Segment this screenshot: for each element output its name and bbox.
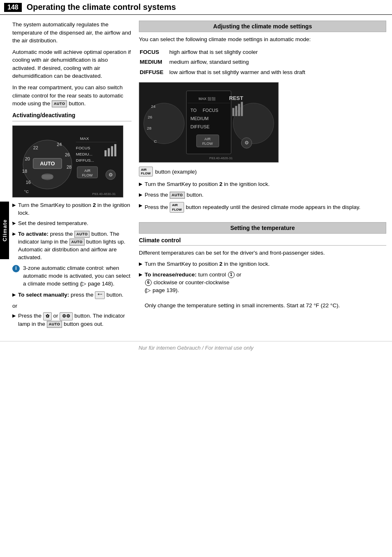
svg-text:FLOW: FLOW [202,142,213,146]
svg-text:28: 28 [147,126,152,130]
arrow-icon: ▶ [12,313,16,319]
arrow-icon: ▶ [12,292,16,298]
intro-p3: In the rear compartment, you can also sw… [12,84,131,108]
svg-text:C: C [154,139,157,144]
svg-text:P83.40-4626-31: P83.40-4626-31 [209,156,233,160]
bullets-temp: ▶ Turn the SmartKey to position 2 in the… [139,260,386,310]
mode-name-diffuse: DIFFUSE [140,68,168,77]
svg-text:⚙: ⚙ [108,172,113,177]
svg-text:FOCUS: FOCUS [203,108,218,113]
svg-text:MEDIU...: MEDIU... [76,152,92,156]
svg-rect-45 [232,108,234,116]
bullets-left: ▶ Turn the SmartKey to position 2 in the… [12,202,131,262]
mode-name-medium: MEDIUM [140,58,168,67]
svg-rect-12 [42,174,53,179]
adjusting-section-box: Adjusting the climate mode settings [139,21,386,32]
page-title: Operating the climate control systems [27,2,176,12]
bullets-manual: ▶ To select manually: press the ⁺⁻ butto… [12,291,131,299]
intro-p1: The system automatically regulates the t… [12,21,131,45]
bullet-press-btn: ▶ Press the ✿ or ⚙⚙ button. The indicato… [12,312,131,328]
svg-text:°C: °C [24,189,29,194]
svg-text:24: 24 [151,104,155,109]
svg-point-30 [144,103,184,144]
intro-p2: Automatic mode will achieve optimal oper… [12,48,131,80]
airflow-btn-caption: AIRFLOW [139,167,153,176]
svg-text:18: 18 [22,168,27,173]
svg-rect-21 [114,144,116,156]
svg-text:FOCUS: FOCUS [76,146,90,150]
bullet-temp-smartkey: ▶ Turn the SmartKey to position 2 in the… [139,260,386,268]
temp-intro: Different temperatures can be set for th… [139,249,386,257]
airflow-caption-text: button (example) [155,169,197,175]
climate-image-right: 24 26 28 C MAX ⬛⬛ REST TO FOCUS MEDIUM D… [139,82,279,162]
arrow-icon: ▶ [12,202,16,208]
arrow-icon: ▶ [139,272,142,278]
svg-rect-18 [104,150,106,156]
auto-button-inline: AUTO [52,100,67,107]
setting-temp-section-box: Setting the temperature [139,222,386,234]
svg-text:REST: REST [229,95,243,101]
svg-text:TO: TO [190,108,196,113]
svg-rect-19 [108,148,110,156]
climate-control-subheading: Climate control [139,237,386,244]
bullet-temperature: ▶ Set the desired temperature. [12,220,131,227]
svg-text:AUTO: AUTO [40,160,55,167]
bullet-right-smartkey: ▶ Turn the SmartKey to position 2 in the… [139,181,386,188]
manual-button: ⁺⁻ [95,291,105,299]
divider [12,121,131,121]
bullet-smartkey: ▶ Turn the SmartKey to position 2 in the… [12,202,131,217]
circle-1: 1 [228,272,235,278]
svg-text:AIR: AIR [205,137,211,141]
svg-text:16: 16 [26,179,31,184]
svg-rect-20 [111,146,113,156]
bullet-right-press-auto: ▶ Press the AUTO button. [139,191,386,199]
page-header: 148 Operating the climate control system… [0,0,392,15]
svg-rect-47 [238,104,240,116]
activating-heading: Activating/deactivating [12,112,131,118]
page-number: 148 [4,3,22,12]
bullet-activate: ▶ To activate: press the AUTO button. Th… [12,230,131,262]
arrow-icon: ▶ [139,192,142,198]
svg-rect-46 [235,106,237,116]
btn-star: ✿ [43,312,52,320]
mode-row-diffuse: DIFFUSE low airflow that is set slightly… [140,68,385,77]
svg-text:MAX: MAX [80,136,89,141]
svg-rect-48 [241,102,243,116]
bullets-right: ▶ Turn the SmartKey to position 2 in the… [139,181,386,213]
svg-text:DIFFUS...: DIFFUS... [76,158,94,162]
arrow-icon: ▶ [139,202,142,209]
bullet-manual: ▶ To select manually: press the ⁺⁻ butto… [12,291,131,299]
divider2 [139,245,386,246]
airflow-caption-row: AIRFLOW button (example) [139,167,386,176]
mode-name-focus: FOCUS [140,48,168,57]
left-column: The system automatically regulates the t… [12,21,131,331]
svg-text:24: 24 [57,142,62,147]
mode-table: FOCUS high airflow that is set slightly … [139,47,386,79]
svg-text:FLOW: FLOW [82,173,93,177]
arrow-icon: ▶ [139,261,142,267]
btn-gear: ⚙⚙ [60,312,73,320]
mode-desc-medium: medium airflow, standard setting [169,58,385,67]
svg-text:DIFFUSE: DIFFUSE [190,124,210,129]
svg-text:26: 26 [148,115,152,119]
svg-text:⚙: ⚙ [244,140,249,146]
auto-button-inline: AUTO [74,231,90,238]
svg-text:28: 28 [67,164,71,169]
auto-button-inline: AUTO [47,321,62,328]
auto-button-inline: AUTO [170,192,185,199]
svg-text:20: 20 [25,156,30,161]
svg-text:26: 26 [65,152,70,157]
mode-row-medium: MEDIUM medium airflow, standard setting [140,58,385,67]
watermark: Nur für internen Gebrauch / For internal… [0,341,392,354]
info-box: i 3-zone automatic climate control: when… [12,265,131,288]
info-icon: i [12,265,20,272]
or-text: or [12,302,131,310]
side-tab: Climate control [0,202,9,259]
mode-desc-diffuse: low airflow that is set slightly warmer … [169,68,385,77]
circle-6: 6 [145,279,152,286]
svg-text:⬛⬛: ⬛⬛ [208,97,216,101]
auto-button-inline: AUTO [69,239,85,246]
adjusting-intro: You can select the following climate mod… [139,35,386,44]
right-column: Adjusting the climate mode settings You … [139,21,386,331]
mode-row-focus: FOCUS high airflow that is set slightly … [140,48,385,57]
